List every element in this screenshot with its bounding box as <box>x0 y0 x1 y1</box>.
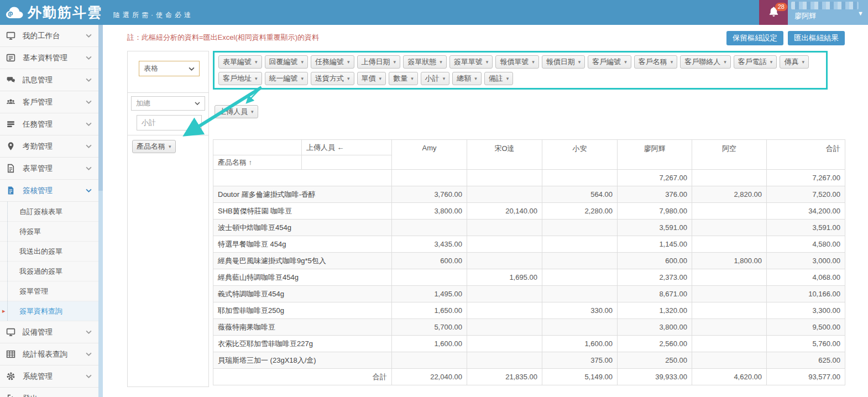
caret-down-icon[interactable]: ▾ <box>532 59 535 65</box>
caret-down-icon[interactable]: ▾ <box>255 59 258 65</box>
value-cell: 3,800.00 <box>618 319 692 336</box>
caret-down-icon[interactable]: ▾ <box>578 59 581 65</box>
field-chip[interactable]: 簽單狀態▾ <box>403 55 447 69</box>
caret-down-icon[interactable]: ▾ <box>802 59 804 65</box>
field-chip-label: 統一編號 <box>269 74 298 83</box>
caret-down-icon[interactable]: ▾ <box>169 144 171 149</box>
value-cell: 330.00 <box>542 302 618 319</box>
caret-down-icon[interactable]: ▾ <box>301 76 304 81</box>
row-axis-header[interactable]: 產品名稱 ↑ <box>213 155 302 170</box>
caret-down-icon[interactable]: ▾ <box>506 76 509 81</box>
notifications-button[interactable]: 28 <box>759 0 788 25</box>
field-chip-label: 總額 <box>457 74 471 83</box>
caret-down-icon[interactable]: ▾ <box>486 59 489 65</box>
field-chip[interactable]: 傳真▾ <box>780 55 809 69</box>
sidebar-scrollbar[interactable] <box>98 25 103 397</box>
scrollbar-thumb[interactable] <box>98 25 103 191</box>
caret-down-icon[interactable]: ▾ <box>474 76 477 81</box>
sidebar-item[interactable]: 我的工作台 <box>0 25 98 47</box>
sidebar-subitem[interactable]: 簽單管理 <box>0 281 98 301</box>
field-chip[interactable]: 備註▾ <box>484 72 514 85</box>
value-cell: 3,800.00 <box>392 203 467 220</box>
sidebar-item[interactable]: 客戶管理 <box>0 91 98 113</box>
field-chip[interactable]: 送貨方式▾ <box>311 72 354 85</box>
sidebar-subitem[interactable]: 自訂簽核表單 <box>0 202 98 222</box>
caret-down-icon[interactable]: ▾ <box>443 76 446 81</box>
field-chip[interactable]: 統一編號▾ <box>265 72 308 85</box>
caret-down-icon[interactable]: ▾ <box>440 59 442 65</box>
value-field-select[interactable]: 小計 <box>137 115 202 130</box>
renderer-select[interactable]: 表格 <box>139 61 200 76</box>
field-chip[interactable]: 簽單單號▾ <box>449 55 493 69</box>
caret-down-icon[interactable]: ▾ <box>255 76 258 81</box>
row-field-chip[interactable]: 產品名稱 ▾ <box>132 140 176 153</box>
sidebar-item[interactable]: 考勤管理 <box>0 135 98 158</box>
product-name-cell: 耶加雪菲咖啡豆250g <box>213 302 392 319</box>
sidebar-item[interactable]: 任務管理 <box>0 113 98 135</box>
total-value-cell: 93,577.00 <box>767 369 845 385</box>
value-cell <box>542 236 618 253</box>
field-chip[interactable]: 報價日期▾ <box>542 55 585 69</box>
logo[interactable]: 外勤筋斗雲 <box>0 3 102 22</box>
field-chip[interactable]: 總額▾ <box>452 72 482 85</box>
field-chip[interactable]: 客戶聯絡人▾ <box>680 55 731 69</box>
table-row: 衣索比亞耶加雪菲咖啡豆227g1,600.001,600.002,560.005… <box>213 336 845 352</box>
sidebar-subitem[interactable]: 我簽過的簽單 <box>0 262 98 281</box>
sidebar-item[interactable]: 統計報表查詢 <box>0 343 98 365</box>
field-chip[interactable]: 上傳日期▾ <box>357 55 401 69</box>
value-cell: 2,280.00 <box>542 203 618 220</box>
caret-down-icon[interactable]: ▾ <box>394 59 396 65</box>
field-chip[interactable]: 報價單號▾ <box>495 55 539 69</box>
field-chip[interactable]: 小計▾ <box>421 72 450 85</box>
caret-down-icon[interactable]: ▾ <box>411 76 414 81</box>
caret-down-icon[interactable]: ▾ <box>624 59 627 65</box>
aggregator-select[interactable]: 加總 <box>131 96 205 111</box>
value-cell: 4,068.00 <box>767 269 845 286</box>
sidebar-subitem-label: 簽單管理 <box>19 286 48 296</box>
sidebar-subitem[interactable]: 我送出的簽單 <box>0 242 98 262</box>
sidebar-item[interactable]: 設備管理 <box>0 321 98 343</box>
sidebar-item[interactable]: 簽核管理 <box>0 180 98 202</box>
caret-down-icon[interactable]: ▾ <box>301 59 304 65</box>
sidebar-subitem[interactable]: ▸簽單資料查詢 <box>0 301 98 321</box>
field-chip[interactable]: 客戶名稱▾ <box>634 55 678 69</box>
value-cell <box>542 319 618 336</box>
sidebar-item[interactable]: 表單管理 <box>0 158 98 180</box>
table-row: SHB茵傑特莊園 咖啡豆3,800.0020,140.002,280.007,9… <box>213 203 845 220</box>
field-chip[interactable]: 單價▾ <box>357 72 386 85</box>
chevron-down-icon <box>86 144 92 148</box>
caret-down-icon[interactable]: ▾ <box>347 59 350 65</box>
column-field-chip[interactable]: 上傳人員 ▾ <box>215 105 258 118</box>
field-chip-label: 簽單狀態 <box>407 57 436 67</box>
sidebar-item[interactable]: 訊息管理 <box>0 69 98 91</box>
caret-down-icon[interactable]: ▾ <box>770 59 773 65</box>
field-chip[interactable]: 客戶編號▾ <box>588 55 631 69</box>
caret-down-icon[interactable]: ▾ <box>724 59 726 65</box>
keep-pivot-settings-button[interactable]: 保留樞紐設定 <box>726 31 783 45</box>
top-bar: 外勤筋斗雲 隨選所需·使命必達 28 廖阿輝 ▼ <box>0 0 868 25</box>
export-pivot-result-button[interactable]: 匯出樞紐結果 <box>788 31 845 45</box>
field-chip[interactable]: 任務編號▾ <box>311 55 354 69</box>
header-blank-cell <box>302 155 392 170</box>
value-cell <box>692 220 767 236</box>
user-menu[interactable]: 廖阿輝 ▼ <box>788 0 868 25</box>
sidebar-item[interactable]: 登出 <box>0 388 98 397</box>
value-cell: 2,373.00 <box>618 269 692 286</box>
field-chip[interactable]: 回覆編號▾ <box>265 55 308 69</box>
field-chip[interactable]: 表單編號▾ <box>218 55 262 69</box>
field-chip[interactable]: 客戶電話▾ <box>734 55 777 69</box>
pivot-area: 表格 表單編號▾回覆編號▾任務編號▾上傳日期▾簽單狀態▾簽單單號▾報價單號▾報價… <box>127 51 868 387</box>
field-chip[interactable]: 數量▾ <box>389 72 418 85</box>
sidebar-item[interactable]: 基本資料管理 <box>0 47 98 69</box>
field-chip[interactable]: 客戶地址▾ <box>218 72 262 85</box>
caret-down-icon[interactable]: ▾ <box>251 109 254 114</box>
sidebar-item-label: 統計報表查詢 <box>23 349 67 359</box>
sidebar-item[interactable]: 系統管理 <box>0 365 98 388</box>
table-row: 薇薇特南果咖啡豆5,700.003,800.009,500.00 <box>213 319 845 336</box>
column-axis-header[interactable]: 上傳人員 ← <box>302 140 392 155</box>
sidebar-item-label: 我的工作台 <box>23 31 60 41</box>
caret-down-icon[interactable]: ▾ <box>379 76 382 81</box>
caret-down-icon[interactable]: ▾ <box>347 76 350 81</box>
caret-down-icon[interactable]: ▾ <box>671 59 673 65</box>
sidebar-subitem[interactable]: 待簽單 <box>0 222 98 242</box>
